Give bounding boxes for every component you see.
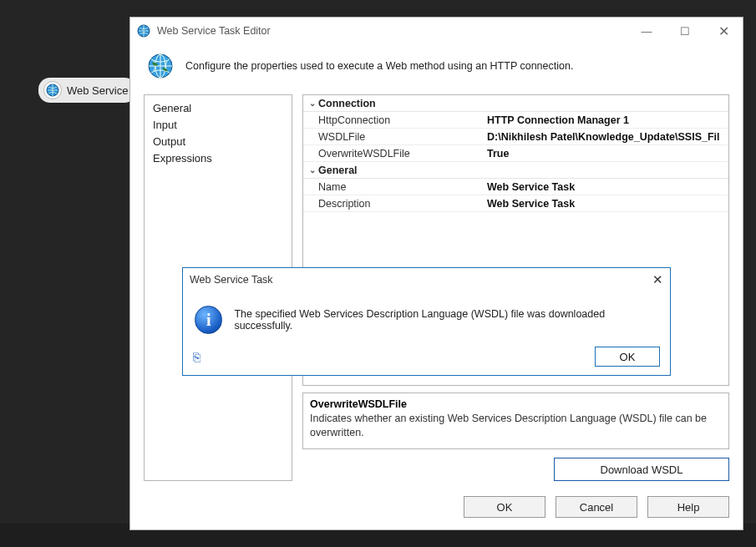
property-name-row[interactable]: Name Web Service Task <box>303 179 728 195</box>
minimize-button[interactable]: — <box>627 18 666 43</box>
property-value[interactable]: True <box>484 148 728 160</box>
info-icon: i <box>195 306 222 334</box>
property-category-connection[interactable]: ⌄Connection <box>303 95 728 112</box>
category-label: Connection <box>318 98 376 109</box>
help-description: Indicates whether an existing Web Servic… <box>310 412 722 440</box>
message-titlebar: Web Service Task ✕ <box>183 268 670 291</box>
download-wsdl-button[interactable]: Download WSDL <box>554 458 729 481</box>
chevron-down-icon: ⌄ <box>307 99 318 108</box>
chevron-down-icon: ⌄ <box>307 165 318 175</box>
sidebar-item-expressions[interactable]: Expressions <box>153 150 283 167</box>
editor-description: Configure the properties used to execute… <box>185 60 573 72</box>
message-dialog: Web Service Task ✕ i The specified Web S… <box>182 267 671 376</box>
cancel-button[interactable]: Cancel <box>556 496 637 518</box>
ssis-task-label: Web Service <box>67 84 128 97</box>
property-value[interactable]: Web Service Task <box>484 181 728 193</box>
property-name: HttpConnection <box>303 114 484 126</box>
property-name: Description <box>303 198 484 210</box>
property-name: OverwriteWSDLFile <box>303 148 484 160</box>
titlebar: Web Service Task Editor — ☐ ✕ <box>130 18 743 44</box>
property-value[interactable]: HTTP Connection Manager 1 <box>484 114 728 126</box>
sidebar-item-general[interactable]: General <box>153 100 283 117</box>
globe-icon <box>147 53 174 79</box>
close-icon[interactable]: ✕ <box>652 272 663 287</box>
property-category-general[interactable]: ⌄General <box>303 162 728 179</box>
ok-button[interactable]: OK <box>464 496 545 518</box>
category-label: General <box>318 165 358 176</box>
property-httpconnection[interactable]: HttpConnection HTTP Connection Manager 1 <box>303 112 728 129</box>
message-ok-button[interactable]: OK <box>595 347 660 367</box>
help-title: OverwriteWSDLFile <box>310 398 722 410</box>
property-value[interactable]: Web Service Task <box>484 198 728 210</box>
dialog-button-row: OK Cancel Help <box>130 481 743 529</box>
globe-icon <box>137 24 150 38</box>
help-button[interactable]: Help <box>647 496 729 518</box>
property-wsdlfile[interactable]: WSDLFile D:\Nikhilesh Patel\Knowledge_Up… <box>303 129 728 145</box>
property-value[interactable]: D:\Nikhilesh Patel\Knowledge_Update\SSIS… <box>484 131 728 143</box>
property-help-panel: OverwriteWSDLFile Indicates whether an e… <box>302 393 729 449</box>
message-title: Web Service Task <box>190 274 652 286</box>
property-overwritewsdlfile[interactable]: OverwriteWSDLFile True <box>303 145 728 162</box>
copy-icon[interactable]: ⎘ <box>193 350 200 364</box>
maximize-button[interactable]: ☐ <box>666 18 704 43</box>
message-text: The specified Web Services Description L… <box>234 308 658 332</box>
property-description[interactable]: Description Web Service Task <box>303 195 728 212</box>
sidebar-item-input[interactable]: Input <box>153 117 283 134</box>
property-name: Name <box>303 181 484 193</box>
globe-icon <box>43 81 62 99</box>
ssis-task-chip[interactable]: Web Service <box>38 78 136 103</box>
close-button[interactable]: ✕ <box>704 18 743 43</box>
window-title: Web Service Task Editor <box>157 25 627 37</box>
sidebar-item-output[interactable]: Output <box>153 134 283 150</box>
property-name: WSDLFile <box>303 131 484 143</box>
editor-header: Configure the properties used to execute… <box>130 44 743 94</box>
